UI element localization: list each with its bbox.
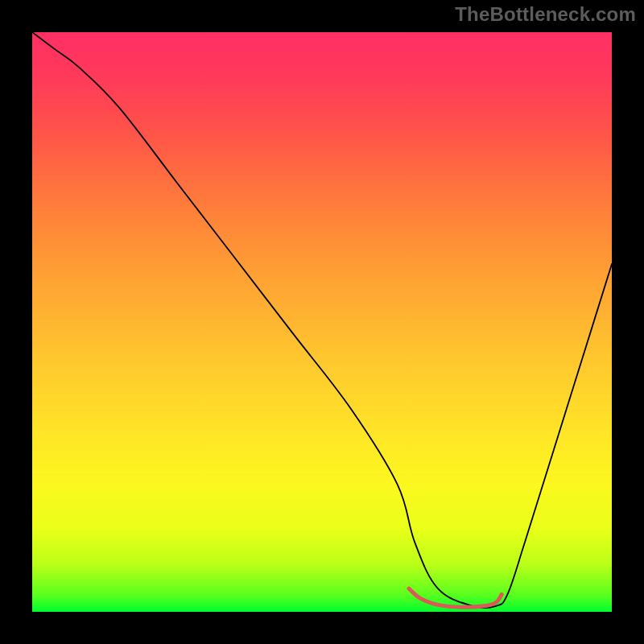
plot-area — [32, 32, 612, 612]
recommended-range — [409, 588, 502, 607]
watermark-text: TheBottleneck.com — [455, 3, 636, 26]
chart-frame: TheBottleneck.com — [0, 0, 644, 644]
chart-overlay — [32, 32, 612, 612]
bottleneck-curve — [32, 32, 612, 608]
